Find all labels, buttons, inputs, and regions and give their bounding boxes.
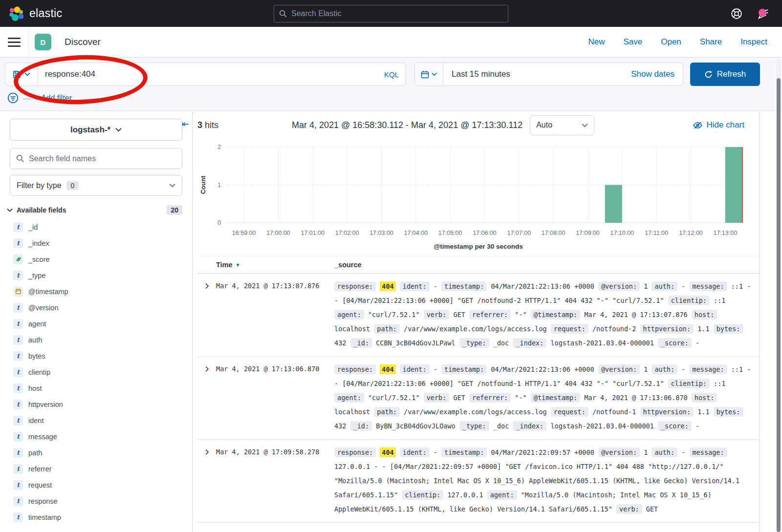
field-item-request[interactable]: trequest [13, 477, 192, 493]
menu-icon[interactable] [8, 38, 21, 47]
text-field-icon: t [13, 367, 23, 377]
query-language-button[interactable]: KQL [378, 70, 399, 79]
interval-select[interactable]: Auto [530, 115, 594, 135]
text-field-icon: t [13, 351, 23, 361]
histogram-bar[interactable] [605, 185, 622, 223]
collapse-sidebar-icon[interactable]: ⇤ [182, 119, 189, 129]
field-search-input[interactable] [29, 154, 176, 163]
text-field-icon: t [13, 319, 23, 329]
field-key-badge: _score: [658, 338, 692, 348]
highlighted-value: 404 [380, 364, 395, 374]
svg-text:17:01:00: 17:01:00 [301, 230, 325, 236]
query-input[interactable] [45, 69, 378, 79]
elastic-logo[interactable]: elastic [9, 6, 62, 21]
field-item-clientip[interactable]: tclientip [13, 364, 192, 380]
svg-text:17:10:00: 17:10:00 [610, 230, 634, 236]
refresh-icon [704, 70, 713, 79]
field-key-badge: message: [690, 447, 727, 457]
doc-table-body: Mar 4, 2021 @ 17:13:07.876response: 404 … [197, 274, 759, 523]
field-search-box [10, 148, 182, 169]
expand-row-button[interactable] [197, 279, 216, 350]
field-key-badge: @version: [598, 447, 640, 457]
global-search-input[interactable] [291, 9, 503, 18]
field-key-badge: ident: [400, 364, 430, 374]
field-key-badge: _score: [658, 421, 692, 431]
available-fields-header[interactable]: Available fields 20 [7, 205, 182, 215]
field-item-auth[interactable]: tauth [13, 332, 192, 348]
show-dates-button[interactable]: Show dates [631, 63, 683, 85]
svg-text:17:12:00: 17:12:00 [679, 230, 703, 236]
text-field-icon: t [13, 222, 23, 232]
field-item-_index[interactable]: t_index [13, 235, 192, 251]
field-item-_type[interactable]: t_type [13, 267, 192, 283]
help-icon[interactable] [730, 7, 743, 20]
field-item-referrer[interactable]: treferrer [13, 461, 192, 477]
text-field-icon: t [13, 432, 23, 442]
query-input-box: KQL [38, 63, 406, 86]
open-button[interactable]: Open [661, 37, 681, 47]
doc-source: response: 404 ident: - timestamp: 04/Mar… [334, 279, 759, 350]
field-item-@timestamp[interactable]: @timestamp [13, 283, 192, 299]
date-quick-select-button[interactable] [415, 63, 443, 85]
expand-row-button[interactable] [197, 362, 216, 433]
add-filter-button[interactable]: + Add filter [35, 94, 72, 103]
chart-x-axis-title: @timestamp per 30 seconds [197, 243, 759, 250]
refresh-button[interactable]: Refresh [690, 63, 760, 86]
expand-row-button[interactable] [197, 446, 216, 516]
divider: — [23, 94, 30, 102]
sort-desc-icon: ▼ [236, 262, 240, 268]
svg-text:17:11:00: 17:11:00 [645, 230, 668, 236]
index-pattern-select[interactable]: logstash-* [10, 119, 182, 141]
notification-dot [759, 9, 766, 17]
hide-chart-button[interactable]: Hide chart [693, 120, 744, 130]
field-name: httpversion [28, 401, 63, 408]
whats-new-icon[interactable] [757, 7, 770, 21]
field-name: agent [28, 320, 46, 328]
field-item-path[interactable]: tpath [13, 445, 192, 461]
doc-table-header: Time ▼ _source [197, 256, 759, 274]
field-item-_score[interactable]: #_score [13, 251, 192, 267]
global-search[interactable] [274, 5, 508, 22]
svg-text:17:04:00: 17:04:00 [404, 230, 428, 236]
field-item-httpversion[interactable]: thttpversion [13, 396, 192, 412]
field-name: _id [28, 223, 38, 231]
field-item-_id[interactable]: t_id [13, 219, 192, 235]
svg-text:17:03:00: 17:03:00 [369, 230, 393, 236]
filter-menu-icon[interactable] [7, 92, 19, 104]
field-name: bytes [28, 352, 45, 360]
field-name: path [28, 449, 42, 457]
field-item-response[interactable]: tresponse [13, 493, 192, 509]
global-nav-bar: elastic [0, 0, 782, 27]
field-key-badge: clientip: [668, 296, 710, 305]
chevron-down-icon [432, 72, 437, 76]
field-key-badge: host: [692, 393, 717, 403]
discover-app-badge[interactable]: D [35, 34, 51, 50]
field-item-host[interactable]: thost [13, 380, 192, 396]
scrollbar-thumb[interactable] [777, 78, 781, 532]
field-item-ident[interactable]: tident [13, 412, 192, 428]
field-key-badge: referrer: [469, 393, 511, 403]
filter-by-type-select[interactable]: Filter by type 0 [10, 175, 182, 196]
scrollbar[interactable] [776, 59, 781, 532]
histogram-bar[interactable] [725, 147, 742, 223]
saved-query-menu-button[interactable] [5, 63, 38, 86]
field-key-badge: clientip: [402, 490, 443, 500]
save-button[interactable]: Save [623, 37, 642, 47]
text-field-icon: t [13, 303, 23, 313]
field-item-message[interactable]: tmessage [13, 428, 192, 445]
svg-text:17:13:00: 17:13:00 [713, 230, 737, 236]
new-button[interactable]: New [588, 37, 605, 47]
svg-text:17:02:00: 17:02:00 [335, 230, 359, 236]
svg-text:2: 2 [217, 144, 221, 150]
time-column-header[interactable]: Time ▼ [216, 261, 334, 269]
field-key-badge: agent: [487, 490, 517, 500]
share-button[interactable]: Share [700, 37, 722, 47]
field-key-badge: _type: [459, 338, 489, 348]
field-item-agent[interactable]: tagent [13, 316, 192, 332]
field-item-bytes[interactable]: tbytes [13, 348, 192, 364]
field-item-@version[interactable]: t@version [13, 299, 192, 316]
time-range-button[interactable]: Last 15 minutes [443, 63, 631, 85]
field-item-timestamp[interactable]: ttimestamp [13, 509, 192, 525]
inspect-button[interactable]: Inspect [740, 37, 767, 47]
histogram-chart[interactable]: 01216:59:0017:00:0017:01:0017:02:0017:03… [197, 142, 764, 239]
